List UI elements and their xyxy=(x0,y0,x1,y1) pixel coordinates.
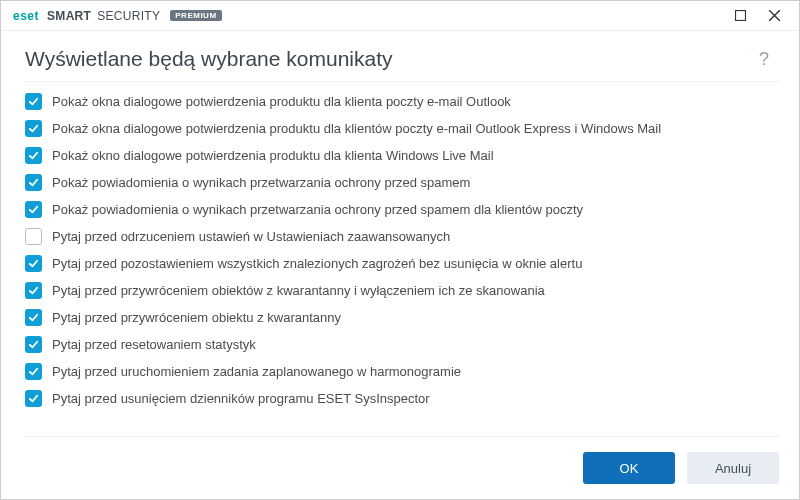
option-label: Pytaj przed pozostawieniem wszystkich zn… xyxy=(52,256,582,271)
option-checkbox[interactable] xyxy=(25,120,42,137)
option-row: Pokaż okna dialogowe potwierdzenia produ… xyxy=(25,115,775,142)
check-icon xyxy=(28,366,39,377)
option-checkbox[interactable] xyxy=(25,309,42,326)
option-row: Pytaj przed pozostawieniem wszystkich zn… xyxy=(25,250,775,277)
check-icon xyxy=(28,204,39,215)
option-label: Pytaj przed resetowaniem statystyk xyxy=(52,337,256,352)
page-title: Wyświetlane będą wybrane komunikaty xyxy=(25,47,753,71)
option-checkbox[interactable] xyxy=(25,147,42,164)
dialog-window: eset SMART SECURITY PREMIUM Wyświetlane … xyxy=(0,0,800,500)
option-label: Pytaj przed przywróceniem obiektu z kwar… xyxy=(52,310,341,325)
option-label: Pytaj przed uruchomieniem zadania zaplan… xyxy=(52,364,461,379)
cancel-button[interactable]: Anuluj xyxy=(687,452,779,484)
brand-eset: eset xyxy=(13,9,39,23)
option-label: Pokaż okna dialogowe potwierdzenia produ… xyxy=(52,121,661,136)
option-row: Pytaj przed uruchomieniem zadania zaplan… xyxy=(25,358,775,385)
option-checkbox[interactable] xyxy=(25,390,42,407)
dialog-footer: OK Anuluj xyxy=(1,437,799,499)
close-button[interactable] xyxy=(757,2,791,30)
option-checkbox[interactable] xyxy=(25,282,42,299)
option-label: Pytaj przed odrzuceniem ustawień w Ustaw… xyxy=(52,229,450,244)
dialog-body: Pokaż okna dialogowe potwierdzenia produ… xyxy=(1,81,799,437)
option-row: Pokaż okna dialogowe potwierdzenia produ… xyxy=(25,88,775,115)
help-button[interactable]: ? xyxy=(753,49,775,70)
options-scroll-area[interactable]: Pokaż okna dialogowe potwierdzenia produ… xyxy=(25,81,781,437)
option-checkbox[interactable] xyxy=(25,255,42,272)
option-row: Pytaj przed resetowaniem statystyk xyxy=(25,331,775,358)
option-row: Pytaj przed odrzuceniem ustawień w Ustaw… xyxy=(25,223,775,250)
brand-badge: PREMIUM xyxy=(170,10,221,21)
check-icon xyxy=(28,123,39,134)
option-label: Pytaj przed przywróceniem obiektów z kwa… xyxy=(52,283,545,298)
option-label: Pytaj przed usunięciem dzienników progra… xyxy=(52,391,430,406)
svg-rect-0 xyxy=(735,11,745,21)
option-label: Pokaż okna dialogowe potwierdzenia produ… xyxy=(52,94,511,109)
check-icon xyxy=(28,285,39,296)
title-bar: eset SMART SECURITY PREMIUM xyxy=(1,1,799,31)
check-icon xyxy=(28,96,39,107)
maximize-button[interactable] xyxy=(723,2,757,30)
brand-smart: SMART xyxy=(47,9,91,23)
option-row: Pytaj przed przywróceniem obiektu z kwar… xyxy=(25,304,775,331)
option-row: Pokaż okno dialogowe potwierdzenia produ… xyxy=(25,142,775,169)
brand-security: SECURITY xyxy=(97,9,160,23)
option-label: Pokaż powiadomienia o wynikach przetwarz… xyxy=(52,175,470,190)
option-checkbox[interactable] xyxy=(25,228,42,245)
maximize-icon xyxy=(735,10,746,21)
option-row: Pytaj przed usunięciem dzienników progra… xyxy=(25,385,775,412)
close-icon xyxy=(769,10,780,21)
option-label: Pokaż okno dialogowe potwierdzenia produ… xyxy=(52,148,494,163)
check-icon xyxy=(28,150,39,161)
check-icon xyxy=(28,339,39,350)
check-icon xyxy=(28,393,39,404)
ok-button[interactable]: OK xyxy=(583,452,675,484)
option-row: Pokaż powiadomienia o wynikach przetwarz… xyxy=(25,196,775,223)
check-icon xyxy=(28,258,39,269)
option-checkbox[interactable] xyxy=(25,93,42,110)
option-checkbox[interactable] xyxy=(25,174,42,191)
check-icon xyxy=(28,177,39,188)
option-checkbox[interactable] xyxy=(25,363,42,380)
dialog-header: Wyświetlane będą wybrane komunikaty ? xyxy=(1,31,799,81)
option-row: Pytaj przed przywróceniem obiektów z kwa… xyxy=(25,277,775,304)
brand: eset SMART SECURITY PREMIUM xyxy=(13,9,222,23)
option-row: Pokaż powiadomienia o wynikach przetwarz… xyxy=(25,169,775,196)
check-icon xyxy=(28,312,39,323)
option-label: Pokaż powiadomienia o wynikach przetwarz… xyxy=(52,202,583,217)
option-checkbox[interactable] xyxy=(25,201,42,218)
option-checkbox[interactable] xyxy=(25,336,42,353)
